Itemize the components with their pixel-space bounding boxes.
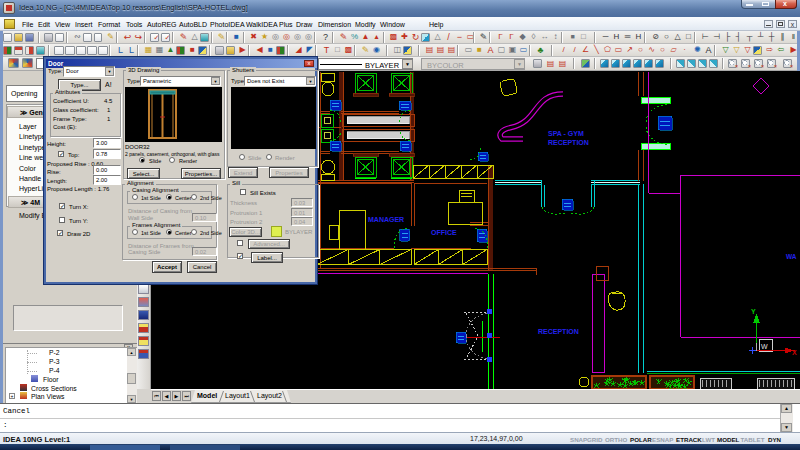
svg-text:OFFICE: OFFICE (431, 229, 457, 236)
svg-text:RECEPTION: RECEPTION (538, 328, 579, 335)
svg-text:RECEPTION: RECEPTION (548, 139, 589, 146)
svg-text:WA: WA (786, 253, 797, 260)
svg-text:SPA - GYM: SPA - GYM (548, 130, 584, 137)
svg-text:Y: Y (751, 308, 756, 315)
svg-text:X: X (792, 349, 797, 356)
svg-text:MANAGER: MANAGER (368, 216, 404, 223)
svg-text:W: W (761, 343, 768, 350)
